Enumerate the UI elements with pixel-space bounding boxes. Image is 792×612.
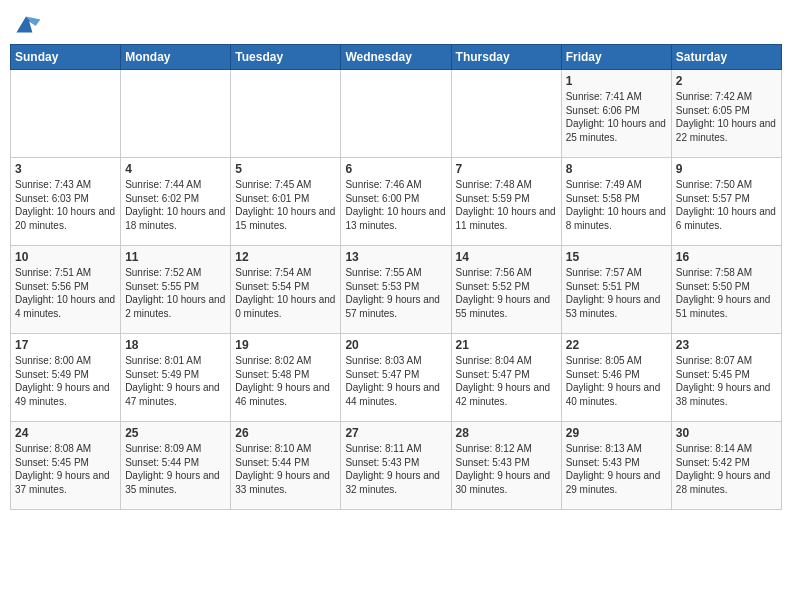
day-number: 29 (566, 426, 667, 440)
day-info: Sunrise: 7:44 AM Sunset: 6:02 PM Dayligh… (125, 178, 226, 232)
day-info: Sunrise: 7:55 AM Sunset: 5:53 PM Dayligh… (345, 266, 446, 320)
day-info: Sunrise: 7:48 AM Sunset: 5:59 PM Dayligh… (456, 178, 557, 232)
weekday-header-tuesday: Tuesday (231, 45, 341, 70)
day-info: Sunrise: 8:01 AM Sunset: 5:49 PM Dayligh… (125, 354, 226, 408)
calendar-week-row: 10Sunrise: 7:51 AM Sunset: 5:56 PM Dayli… (11, 246, 782, 334)
calendar-week-row: 17Sunrise: 8:00 AM Sunset: 5:49 PM Dayli… (11, 334, 782, 422)
calendar-cell: 24Sunrise: 8:08 AM Sunset: 5:45 PM Dayli… (11, 422, 121, 510)
day-number: 30 (676, 426, 777, 440)
calendar-cell: 23Sunrise: 8:07 AM Sunset: 5:45 PM Dayli… (671, 334, 781, 422)
day-number: 5 (235, 162, 336, 176)
day-info: Sunrise: 7:50 AM Sunset: 5:57 PM Dayligh… (676, 178, 777, 232)
calendar-cell: 18Sunrise: 8:01 AM Sunset: 5:49 PM Dayli… (121, 334, 231, 422)
calendar-week-row: 3Sunrise: 7:43 AM Sunset: 6:03 PM Daylig… (11, 158, 782, 246)
calendar-cell (121, 70, 231, 158)
day-number: 28 (456, 426, 557, 440)
day-info: Sunrise: 8:08 AM Sunset: 5:45 PM Dayligh… (15, 442, 116, 496)
day-number: 1 (566, 74, 667, 88)
day-info: Sunrise: 7:41 AM Sunset: 6:06 PM Dayligh… (566, 90, 667, 144)
calendar-cell: 17Sunrise: 8:00 AM Sunset: 5:49 PM Dayli… (11, 334, 121, 422)
calendar-cell: 25Sunrise: 8:09 AM Sunset: 5:44 PM Dayli… (121, 422, 231, 510)
day-info: Sunrise: 7:45 AM Sunset: 6:01 PM Dayligh… (235, 178, 336, 232)
day-info: Sunrise: 7:46 AM Sunset: 6:00 PM Dayligh… (345, 178, 446, 232)
calendar-body: 1Sunrise: 7:41 AM Sunset: 6:06 PM Daylig… (11, 70, 782, 510)
day-info: Sunrise: 7:57 AM Sunset: 5:51 PM Dayligh… (566, 266, 667, 320)
day-number: 24 (15, 426, 116, 440)
calendar-cell: 10Sunrise: 7:51 AM Sunset: 5:56 PM Dayli… (11, 246, 121, 334)
calendar-cell: 21Sunrise: 8:04 AM Sunset: 5:47 PM Dayli… (451, 334, 561, 422)
calendar-cell: 20Sunrise: 8:03 AM Sunset: 5:47 PM Dayli… (341, 334, 451, 422)
calendar-cell: 4Sunrise: 7:44 AM Sunset: 6:02 PM Daylig… (121, 158, 231, 246)
calendar-cell: 15Sunrise: 7:57 AM Sunset: 5:51 PM Dayli… (561, 246, 671, 334)
day-info: Sunrise: 8:09 AM Sunset: 5:44 PM Dayligh… (125, 442, 226, 496)
day-info: Sunrise: 7:52 AM Sunset: 5:55 PM Dayligh… (125, 266, 226, 320)
day-info: Sunrise: 7:49 AM Sunset: 5:58 PM Dayligh… (566, 178, 667, 232)
calendar-cell: 14Sunrise: 7:56 AM Sunset: 5:52 PM Dayli… (451, 246, 561, 334)
day-number: 8 (566, 162, 667, 176)
logo-icon (10, 10, 42, 38)
day-info: Sunrise: 8:11 AM Sunset: 5:43 PM Dayligh… (345, 442, 446, 496)
day-number: 21 (456, 338, 557, 352)
calendar-cell (231, 70, 341, 158)
day-number: 15 (566, 250, 667, 264)
calendar-cell: 28Sunrise: 8:12 AM Sunset: 5:43 PM Dayli… (451, 422, 561, 510)
day-number: 11 (125, 250, 226, 264)
calendar-week-row: 24Sunrise: 8:08 AM Sunset: 5:45 PM Dayli… (11, 422, 782, 510)
calendar-cell (451, 70, 561, 158)
calendar-cell: 8Sunrise: 7:49 AM Sunset: 5:58 PM Daylig… (561, 158, 671, 246)
day-number: 19 (235, 338, 336, 352)
day-number: 25 (125, 426, 226, 440)
day-number: 14 (456, 250, 557, 264)
logo (10, 10, 46, 38)
calendar-week-row: 1Sunrise: 7:41 AM Sunset: 6:06 PM Daylig… (11, 70, 782, 158)
day-info: Sunrise: 8:04 AM Sunset: 5:47 PM Dayligh… (456, 354, 557, 408)
day-number: 13 (345, 250, 446, 264)
day-number: 3 (15, 162, 116, 176)
day-number: 26 (235, 426, 336, 440)
calendar-cell: 7Sunrise: 7:48 AM Sunset: 5:59 PM Daylig… (451, 158, 561, 246)
day-info: Sunrise: 8:05 AM Sunset: 5:46 PM Dayligh… (566, 354, 667, 408)
weekday-header-wednesday: Wednesday (341, 45, 451, 70)
day-info: Sunrise: 8:14 AM Sunset: 5:42 PM Dayligh… (676, 442, 777, 496)
day-info: Sunrise: 7:56 AM Sunset: 5:52 PM Dayligh… (456, 266, 557, 320)
calendar-cell: 16Sunrise: 7:58 AM Sunset: 5:50 PM Dayli… (671, 246, 781, 334)
day-number: 2 (676, 74, 777, 88)
calendar-cell (11, 70, 121, 158)
day-number: 23 (676, 338, 777, 352)
day-info: Sunrise: 7:42 AM Sunset: 6:05 PM Dayligh… (676, 90, 777, 144)
day-info: Sunrise: 8:02 AM Sunset: 5:48 PM Dayligh… (235, 354, 336, 408)
calendar-cell: 6Sunrise: 7:46 AM Sunset: 6:00 PM Daylig… (341, 158, 451, 246)
day-info: Sunrise: 8:10 AM Sunset: 5:44 PM Dayligh… (235, 442, 336, 496)
day-number: 4 (125, 162, 226, 176)
calendar-cell: 19Sunrise: 8:02 AM Sunset: 5:48 PM Dayli… (231, 334, 341, 422)
day-info: Sunrise: 7:51 AM Sunset: 5:56 PM Dayligh… (15, 266, 116, 320)
calendar-cell: 3Sunrise: 7:43 AM Sunset: 6:03 PM Daylig… (11, 158, 121, 246)
calendar-table: SundayMondayTuesdayWednesdayThursdayFrid… (10, 44, 782, 510)
day-number: 18 (125, 338, 226, 352)
day-number: 16 (676, 250, 777, 264)
day-number: 10 (15, 250, 116, 264)
weekday-header-row: SundayMondayTuesdayWednesdayThursdayFrid… (11, 45, 782, 70)
calendar-cell: 11Sunrise: 7:52 AM Sunset: 5:55 PM Dayli… (121, 246, 231, 334)
day-info: Sunrise: 8:13 AM Sunset: 5:43 PM Dayligh… (566, 442, 667, 496)
day-number: 6 (345, 162, 446, 176)
day-number: 9 (676, 162, 777, 176)
day-number: 17 (15, 338, 116, 352)
day-info: Sunrise: 8:03 AM Sunset: 5:47 PM Dayligh… (345, 354, 446, 408)
calendar-cell: 26Sunrise: 8:10 AM Sunset: 5:44 PM Dayli… (231, 422, 341, 510)
day-number: 20 (345, 338, 446, 352)
calendar-cell: 9Sunrise: 7:50 AM Sunset: 5:57 PM Daylig… (671, 158, 781, 246)
day-info: Sunrise: 7:54 AM Sunset: 5:54 PM Dayligh… (235, 266, 336, 320)
calendar-cell (341, 70, 451, 158)
day-number: 7 (456, 162, 557, 176)
day-info: Sunrise: 7:43 AM Sunset: 6:03 PM Dayligh… (15, 178, 116, 232)
weekday-header-monday: Monday (121, 45, 231, 70)
calendar-cell: 29Sunrise: 8:13 AM Sunset: 5:43 PM Dayli… (561, 422, 671, 510)
weekday-header-thursday: Thursday (451, 45, 561, 70)
weekday-header-friday: Friday (561, 45, 671, 70)
day-number: 12 (235, 250, 336, 264)
day-number: 22 (566, 338, 667, 352)
calendar-cell: 13Sunrise: 7:55 AM Sunset: 5:53 PM Dayli… (341, 246, 451, 334)
day-number: 27 (345, 426, 446, 440)
day-info: Sunrise: 7:58 AM Sunset: 5:50 PM Dayligh… (676, 266, 777, 320)
